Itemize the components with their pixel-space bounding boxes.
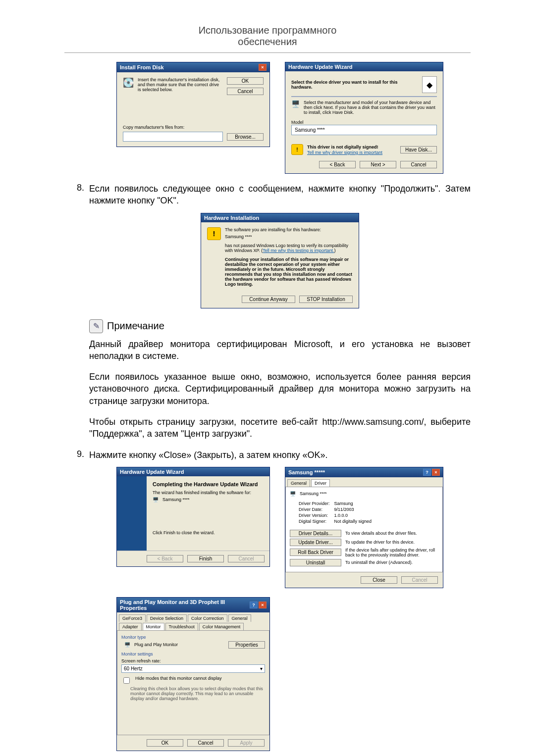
label: Digital Signer: [290,518,334,524]
why-testing-link[interactable]: Tell me why this testing is important. [263,248,334,253]
warning-icon: ! [291,144,303,155]
copy-from-label: Copy manufacturer's files from: [123,125,264,130]
device-name: Samsung **** [300,491,327,496]
dialog-title: Plug and Play Monitor and 3D Prophet III… [120,599,250,611]
browse-button[interactable]: Browse... [227,133,264,141]
disk-icon: 💽 [123,77,134,95]
label: Driver Version: [290,512,334,518]
click-finish-text: Click Finish to close the wizard. [153,530,264,535]
tab-monitor[interactable]: Monitor [143,623,164,630]
page-header: Использование программного обеспечения [64,25,471,53]
refresh-rate-label: Screen refresh rate: [121,658,265,663]
desc: If the device fails after updating the d… [345,548,438,557]
tab-color-correction[interactable]: Color Correction [188,614,227,622]
update-driver-button[interactable]: Update Driver... [290,539,341,546]
model-list[interactable]: Samsung **** [291,125,437,135]
note-icon: ✎ [89,319,103,333]
cancel-button[interactable]: Cancel [400,161,437,168]
device-name: Samsung **** [162,497,190,502]
ok-button[interactable]: OK [147,739,183,747]
instruction-text: Select the manufacturer and model of you… [304,100,437,115]
desc: To uninstall the driver (Advanced). [345,560,438,565]
driver-info-table: Driver Provider:Samsung Driver Date:9/11… [290,501,372,524]
wizard-heading: Select the device driver you want to ins… [291,80,418,90]
warning-icon: ! [207,227,221,240]
pnp-monitor-text: Plug and Play Monitor [134,642,224,647]
model-value: Samsung **** [295,127,325,133]
hide-modes-description: Clearing this check box allows you to se… [130,686,265,701]
tab-adapter[interactable]: Adapter [119,623,142,630]
roll-back-driver-button[interactable]: Roll Back Driver [290,549,341,556]
step-text: Если появилось следующее окно с сообщени… [89,183,471,207]
cancel-button: Cancel [401,576,438,584]
instruction-text: Insert the manufacturer's installation d… [138,77,223,95]
ok-button[interactable]: OK [227,77,264,85]
close-icon[interactable]: × [259,602,267,608]
device-icon: 🖥️ [153,497,159,503]
refresh-rate-select[interactable]: 60 Hertz ▾ [121,664,265,673]
installing-text: The software you are installing for this… [225,227,353,232]
tab-general[interactable]: General [287,479,310,487]
tab-troubleshoot[interactable]: Troubleshoot [165,623,198,630]
step-number: 9. [64,449,89,461]
note-para-1: Данный драйвер монитора сертифицирован M… [89,338,471,362]
finish-button[interactable]: Finish [187,555,224,562]
continue-anyway-button[interactable]: Continue Anyway [242,296,295,303]
dialog-driver-properties: Samsung ***** ? × General Driver 🖥️ Sams… [285,467,443,588]
help-icon[interactable]: ? [250,602,258,608]
label: Driver Date: [290,506,334,512]
close-icon[interactable]: × [259,64,267,71]
uninstall-button[interactable]: Uninstall [290,559,341,566]
help-icon[interactable]: ? [423,469,431,476]
dialog-title: Samsung ***** [288,469,325,475]
close-icon[interactable]: × [432,469,440,476]
next-button[interactable]: Next > [360,161,396,168]
tab-general[interactable]: General [228,614,251,622]
cancel-button: Cancel [228,555,265,562]
value: 1.0.0.0 [334,512,373,518]
tab-geforce[interactable]: GeForce3 [119,614,146,622]
finished-text: The wizard has finished installing the s… [153,490,264,495]
dialog-display-properties: Plug and Play Monitor and 3D Prophet III… [116,597,270,751]
not-signed-text: This driver is not digitally signed! [307,145,378,150]
back-button: < Back [147,555,183,562]
header-line2: обеспечения [238,36,297,47]
dialog-completing-wizard: Hardware Update Wizard Completing the Ha… [116,467,270,567]
note-title: Примечание [107,320,164,332]
hide-modes-checkbox[interactable] [123,677,130,684]
tab-driver[interactable]: Driver [311,479,330,487]
step-number: 8. [64,183,89,207]
monitor-icon: 🖥️ [124,642,130,648]
logo-test-text: has not passed Windows Logo testing to v… [225,243,353,253]
why-signing-link[interactable]: Tell me why driver signing is important [307,150,382,155]
value: 9/11/2003 [334,506,373,512]
properties-button[interactable]: Properties [228,641,265,649]
stop-installation-button[interactable]: STOP Installation [299,296,353,303]
chevron-down-icon: ▾ [260,666,263,671]
logo-test-b: ) [334,248,335,253]
wizard-icon: ◆ [422,76,437,93]
dialog-install-from-disk: Install From Disk × 💽 Insert the manufac… [116,62,270,147]
back-button[interactable]: < Back [319,161,356,168]
path-input[interactable] [123,132,223,142]
dialog-hardware-update-select: Hardware Update Wizard Select the device… [285,62,443,174]
monitor-settings-label: Monitor settings [121,652,265,656]
cancel-button[interactable]: Cancel [227,88,264,95]
note-para-3: Чтобы открыть страницу загрузки, посетит… [89,416,471,440]
cancel-button[interactable]: Cancel [187,739,224,747]
device-icon: 🖥️ [291,100,300,115]
driver-details-button[interactable]: Driver Details... [290,530,341,537]
monitor-type-label: Monitor type [121,635,265,640]
dialog-hardware-installation: Hardware Installation ! The software you… [201,213,359,308]
tab-device-selection[interactable]: Device Selection [147,614,187,622]
model-label: Model [291,120,437,125]
have-disk-button[interactable]: Have Disk... [400,146,437,153]
close-button[interactable]: Close [361,576,397,584]
hide-modes-label: Hide modes that this monitor cannot disp… [135,676,222,681]
device-icon: 🖥️ [290,491,296,497]
tab-color-management[interactable]: Color Management [199,623,244,630]
dialog-title: Hardware Update Wizard [288,64,353,70]
desc: To view details about the driver files. [345,531,438,536]
step-text: Нажмите кнопку «Close» (Закрыть), а зате… [89,449,471,461]
refresh-rate-value: 60 Hertz [124,666,143,671]
